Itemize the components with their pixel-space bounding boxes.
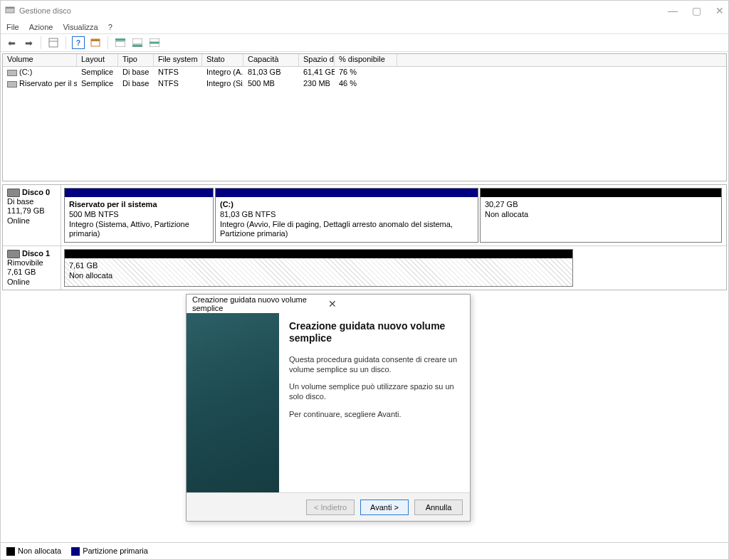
next-button[interactable]: Avanti > [360, 500, 409, 515]
layout-bottom-icon[interactable] [131, 36, 144, 49]
legend-label-primary: Partizione primaria [83, 546, 148, 555]
table-row[interactable]: (C:)SempliceDi baseNTFSIntegro (A...81,0… [3, 67, 726, 78]
help-icon[interactable]: ? [72, 36, 85, 49]
partition[interactable]: 30,27 GBNon allocata [480, 188, 722, 243]
menu-visualizza[interactable]: Visualizza [63, 23, 98, 31]
menu-help[interactable]: ? [108, 23, 112, 31]
layout-split-icon[interactable] [148, 36, 161, 49]
svg-rect-12 [150, 42, 159, 43]
menu-azione[interactable]: Azione [29, 23, 53, 31]
views-icon[interactable] [47, 36, 60, 49]
svg-rect-5 [91, 39, 100, 41]
minimize-button[interactable]: — [668, 5, 678, 16]
app-icon [5, 5, 15, 16]
wizard-side-graphic [187, 313, 279, 492]
dialog-close-icon[interactable]: ✕ [328, 298, 464, 310]
menu-file[interactable]: File [6, 23, 19, 31]
col-header-spazio[interactable]: Spazio d... [299, 54, 335, 66]
calendar-icon[interactable] [89, 36, 102, 49]
svg-rect-6 [115, 38, 125, 41]
toolbar: ⬅ ➡ ? [1, 33, 728, 52]
forward-icon[interactable]: ➡ [22, 36, 35, 49]
wizard-p1: Questa procedura guidata consente di cre… [289, 354, 460, 375]
volume-table: VolumeLayoutTipoFile systemStatoCapacità… [2, 53, 727, 181]
legend-box-unallocated [6, 547, 15, 556]
disk-row: Disco 1Rimovibile7,61 GBOnline7,61 GBNon… [3, 246, 726, 290]
wizard-p2: Un volume semplice può utilizzare spazio… [289, 381, 460, 402]
wizard-heading: Creazione guidata nuovo volume semplice [289, 320, 460, 344]
col-header-filesystem[interactable]: File system [154, 54, 202, 66]
legend-label-unallocated: Non allocata [18, 546, 61, 555]
legend: Non allocata Partizione primaria [1, 542, 728, 559]
svg-rect-7 [115, 41, 125, 47]
wizard-dialog: Creazione guidata nuovo volume semplice … [186, 294, 471, 522]
dialog-title: Creazione guidata nuovo volume semplice [192, 295, 328, 312]
partition[interactable]: (C:)81,03 GB NTFSIntegro (Avvio, File di… [215, 188, 478, 243]
partition[interactable]: Riservato per il sistema500 MB NTFSInteg… [64, 188, 214, 243]
svg-rect-10 [150, 38, 159, 42]
back-icon[interactable]: ⬅ [5, 36, 18, 49]
partition[interactable]: 7,61 GBNon allocata [64, 249, 573, 287]
cancel-button[interactable]: Annulla [414, 500, 463, 515]
table-row[interactable]: Riservato per il sist...SempliceDi baseN… [3, 78, 726, 90]
svg-rect-9 [132, 45, 142, 47]
legend-box-primary [71, 547, 80, 556]
close-button[interactable]: ✕ [715, 5, 724, 16]
col-header-stato[interactable]: Stato [202, 54, 243, 66]
svg-rect-11 [150, 43, 159, 47]
wizard-p3: Per continuare, scegliere Avanti. [289, 409, 460, 419]
layout-top-icon[interactable] [114, 36, 127, 49]
col-header-percent[interactable]: % disponibile [335, 54, 397, 66]
col-header-capacita[interactable]: Capacità [243, 54, 299, 66]
svg-rect-1 [6, 7, 14, 9]
col-header-layout[interactable]: Layout [77, 54, 118, 66]
disk-row: Disco 0Di base111,79 GBOnlineRiservato p… [3, 185, 726, 246]
window-title: Gestione disco [19, 6, 668, 15]
disk-info[interactable]: Disco 0Di base111,79 GBOnline [3, 185, 61, 245]
maximize-button[interactable]: ▢ [692, 5, 701, 16]
disk-map: Disco 0Di base111,79 GBOnlineRiservato p… [2, 184, 727, 290]
svg-rect-8 [132, 38, 142, 44]
col-header-tipo[interactable]: Tipo [118, 54, 154, 66]
disk-info[interactable]: Disco 1Rimovibile7,61 GBOnline [3, 246, 61, 290]
titlebar: Gestione disco — ▢ ✕ [1, 1, 728, 21]
svg-rect-2 [49, 38, 58, 47]
back-button: < Indietro [306, 500, 355, 515]
menubar: File Azione Visualizza ? [1, 21, 728, 33]
col-header-volume[interactable]: Volume [3, 54, 77, 66]
